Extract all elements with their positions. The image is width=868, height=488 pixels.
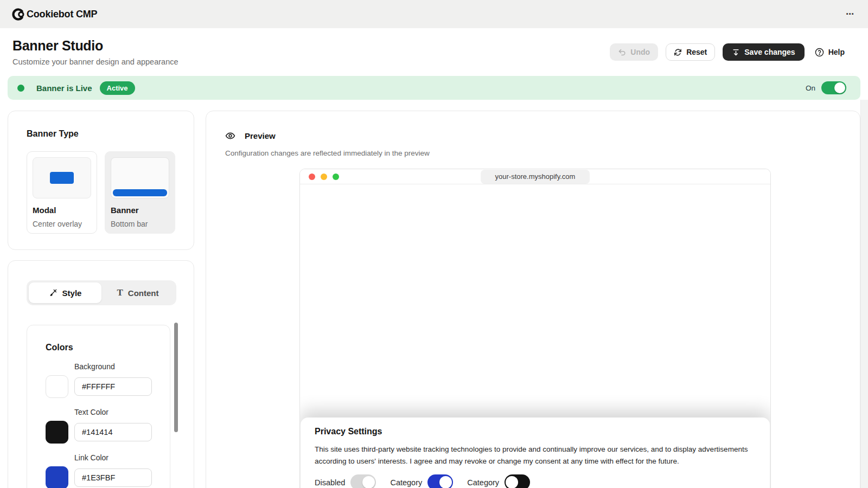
banner-type-card: Banner Type Modal Center overlay Banner …: [8, 111, 194, 250]
save-label: Save changes: [744, 48, 795, 56]
undo-button[interactable]: Undo: [610, 43, 658, 61]
close-window-icon: [309, 174, 315, 180]
link-color-swatch[interactable]: [46, 466, 68, 488]
colors-panel: Colors Background Text Color Link Color: [27, 325, 170, 488]
toggle-knob: [439, 476, 452, 488]
help-label: Help: [828, 48, 845, 56]
help-button[interactable]: Help: [812, 43, 847, 61]
tab-content-label: Content: [128, 288, 159, 298]
modal-shape-icon: [50, 172, 74, 184]
consent-toggle-label: Category: [467, 478, 499, 487]
consent-banner-preview: Privacy Settings This site uses third-pa…: [301, 418, 770, 488]
color-row: [46, 421, 157, 444]
tab-content[interactable]: T Content: [101, 282, 174, 303]
colors-title: Colors: [46, 343, 157, 352]
preview-header: Preview: [225, 131, 860, 141]
banner-thumbnail: [111, 157, 169, 198]
editor-card: Style T Content Colors Background Text C…: [8, 260, 194, 488]
modal-thumbnail: [33, 157, 91, 198]
live-toggle-group: On: [806, 81, 846, 94]
browser-mockup: your-store.myshopify.com Privacy Setting…: [299, 169, 771, 488]
consent-body: This site uses third-party website track…: [315, 444, 756, 467]
consent-toggle-category-2[interactable]: [505, 474, 530, 488]
banner-shape-icon: [113, 189, 167, 196]
live-toggle-label: On: [806, 84, 815, 92]
color-field-text: Text Color: [46, 408, 157, 444]
page-header: Banner Studio Customize your banner desi…: [0, 28, 868, 76]
page-subtitle: Customize your banner design and appeara…: [12, 57, 178, 66]
banner-live-toggle[interactable]: [821, 81, 846, 94]
live-status-dot-icon: [17, 85, 24, 92]
preview-title: Preview: [245, 131, 276, 140]
tab-style[interactable]: Style: [29, 282, 101, 303]
consent-toggle-category-1[interactable]: [427, 474, 453, 488]
banner-live-status-bar: Banner is Live Active On: [8, 76, 860, 100]
top-bar: Cookiebot CMP ⋯: [0, 0, 868, 28]
reset-icon: [674, 48, 682, 56]
traffic-lights: [309, 174, 339, 180]
reset-button[interactable]: Reset: [666, 43, 715, 61]
toggle-knob: [506, 476, 518, 488]
cookiebot-logo-icon: [11, 8, 24, 21]
color-field-link: Link Color: [46, 453, 157, 488]
active-status-badge: Active: [100, 81, 135, 95]
option-name: Banner: [111, 206, 169, 215]
color-row: [46, 375, 157, 398]
color-field-background: Background: [46, 362, 157, 398]
live-status-label: Banner is Live: [36, 84, 92, 93]
field-label: Link Color: [74, 453, 157, 462]
text-color-swatch[interactable]: [46, 421, 68, 444]
text-icon: T: [117, 287, 123, 298]
option-description: Center overlay: [33, 220, 91, 228]
color-row: [46, 466, 157, 488]
option-description: Bottom bar: [111, 220, 169, 228]
undo-label: Undo: [630, 48, 650, 56]
overflow-menu-icon[interactable]: ⋯: [846, 9, 855, 19]
brand: Cookiebot CMP: [11, 8, 97, 21]
editor-tabs: Style T Content: [27, 280, 176, 305]
consent-toggle-label: Category: [390, 478, 422, 487]
browser-chrome: your-store.myshopify.com: [300, 169, 770, 184]
reset-label: Reset: [686, 48, 707, 56]
banner-studio-app: Cookiebot CMP ⋯ Banner Studio Customize …: [0, 0, 868, 488]
brush-icon: [49, 288, 58, 297]
save-changes-button[interactable]: Save changes: [723, 43, 804, 61]
tab-style-label: Style: [62, 288, 82, 298]
consent-toggle-label: Disabled: [315, 478, 345, 487]
background-color-input[interactable]: [74, 377, 152, 396]
field-label: Background: [74, 362, 157, 371]
browser-url-tab: your-store.myshopify.com: [481, 170, 590, 184]
save-icon: [732, 48, 740, 56]
text-color-input[interactable]: [74, 423, 152, 441]
eye-icon: [225, 131, 235, 141]
field-label: Text Color: [74, 408, 157, 416]
minimize-window-icon: [321, 174, 327, 180]
header-actions: Undo Reset Save changes: [610, 43, 847, 61]
editor-scrollbar-thumb[interactable]: [174, 323, 178, 432]
brand-name: Cookiebot CMP: [27, 9, 97, 20]
consent-title: Privacy Settings: [315, 427, 756, 436]
preview-card: Preview Configuration changes are reflec…: [206, 111, 860, 488]
page-title: Banner Studio: [12, 38, 178, 54]
background-color-swatch[interactable]: [46, 375, 68, 398]
consent-toggle-disabled[interactable]: [350, 474, 376, 488]
banner-type-option-banner[interactable]: Banner Bottom bar: [105, 151, 175, 234]
option-name: Modal: [33, 206, 91, 215]
toggle-knob: [834, 82, 845, 93]
help-icon: [815, 48, 824, 57]
banner-type-option-modal[interactable]: Modal Center overlay: [27, 151, 97, 234]
banner-type-title: Banner Type: [27, 129, 175, 139]
page-scrollbar-track[interactable]: [860, 100, 868, 488]
consent-toggles: Disabled Category Category: [315, 474, 756, 488]
preview-subtitle: Configuration changes are reflected imme…: [225, 149, 860, 157]
page-header-text: Banner Studio Customize your banner desi…: [12, 38, 178, 66]
toggle-knob: [362, 476, 375, 488]
link-color-input[interactable]: [74, 468, 152, 487]
maximize-window-icon: [333, 174, 339, 180]
banner-type-options: Modal Center overlay Banner Bottom bar: [27, 151, 175, 234]
undo-icon: [618, 48, 626, 56]
